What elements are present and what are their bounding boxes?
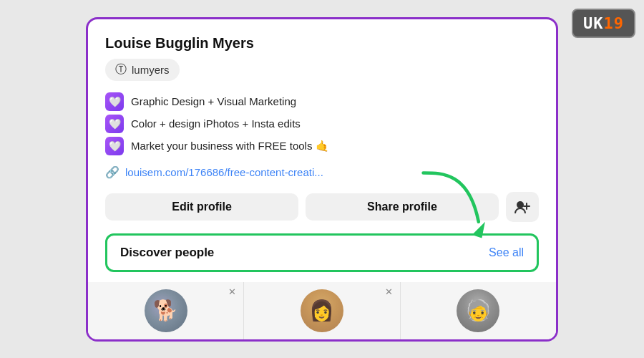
- bio-text-1: Graphic Design + Visual Marketing: [131, 95, 296, 107]
- avatar-1: 🐕: [145, 289, 187, 332]
- bio-line-2: 🤍 Color + design iPhotos + Insta edits: [105, 115, 539, 133]
- link-icon: 🔗: [105, 165, 119, 179]
- discover-section: Discover people See all: [105, 233, 539, 272]
- threads-handle: lumyers: [132, 64, 170, 76]
- svg-point-0: [517, 201, 524, 208]
- heart-icon-1: 🤍: [105, 92, 124, 111]
- edit-profile-button[interactable]: Edit profile: [105, 193, 298, 221]
- profile-name: Louise Bugglin Myers: [105, 35, 539, 52]
- person-card-1: 🐕 ✕: [88, 282, 244, 339]
- watermark-text: UK19: [583, 14, 624, 32]
- watermark: UK19: [572, 9, 635, 38]
- watermark-text-white: UK: [583, 14, 604, 32]
- add-person-icon: [514, 200, 530, 214]
- profile-card: Louise Bugglin Myers Ⓣ lumyers 🤍 Graphic…: [86, 17, 558, 342]
- follow-button[interactable]: [506, 192, 539, 222]
- see-all-button[interactable]: See all: [489, 246, 524, 259]
- bio-lines: 🤍 Graphic Design + Visual Marketing 🤍 Co…: [105, 92, 539, 155]
- action-buttons: Edit profile Share profile: [105, 192, 539, 222]
- avatar-3: 🧓: [457, 289, 499, 332]
- avatar-2: 👩: [301, 289, 343, 332]
- profile-link-text: louisem.com/176686/free-content-creati..…: [125, 166, 323, 178]
- heart-icon-2: 🤍: [105, 115, 124, 133]
- share-profile-button[interactable]: Share profile: [306, 193, 499, 221]
- profile-link[interactable]: 🔗 louisem.com/176686/free-content-creati…: [105, 165, 539, 179]
- people-row: 🐕 ✕ 👩 ✕ 🧓: [88, 282, 556, 339]
- bio-text-2: Color + design iPhotos + Insta edits: [131, 117, 301, 130]
- watermark-text-orange: 19: [604, 14, 625, 32]
- threads-icon: Ⓣ: [115, 62, 127, 77]
- bio-line-1: 🤍 Graphic Design + Visual Marketing: [105, 92, 539, 111]
- bio-line-3: 🤍 Market your business with FREE tools 🤙: [105, 137, 539, 155]
- person-card-2: 👩 ✕: [244, 282, 400, 339]
- bio-text-3: Market your business with FREE tools 🤙: [131, 140, 329, 153]
- close-person-2[interactable]: ✕: [385, 286, 393, 297]
- heart-icon-3: 🤍: [105, 137, 124, 155]
- close-person-1[interactable]: ✕: [228, 286, 236, 297]
- person-card-3: 🧓: [401, 282, 556, 339]
- discover-label: Discover people: [120, 246, 214, 260]
- threads-badge: Ⓣ lumyers: [105, 59, 180, 81]
